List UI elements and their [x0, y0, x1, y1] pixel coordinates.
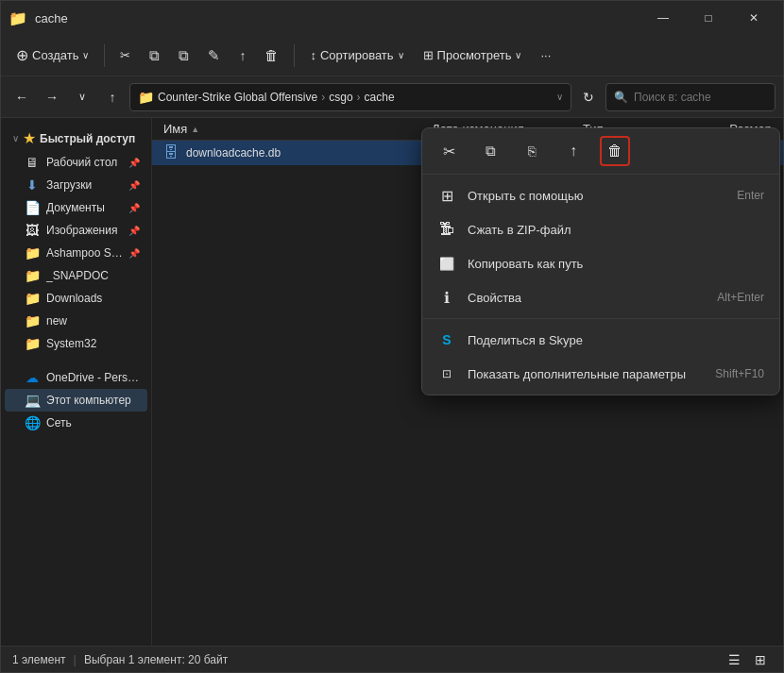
quick-access-section: ∨ ★ Быстрый доступ 🖥 Рабочий стол 📌 ⬇ За… — [1, 126, 151, 355]
sidebar-item-snapdoc[interactable]: 📁 _SNAPDOC — [5, 264, 147, 287]
delete-button[interactable]: 🗑 — [257, 43, 286, 67]
more-button[interactable]: ··· — [533, 44, 558, 66]
nav-down-button[interactable]: ∨ — [69, 84, 95, 110]
ctx-more-params-shortcut: Shift+F10 — [715, 367, 764, 380]
create-button[interactable]: ⊕ Создать ∨ — [9, 42, 96, 68]
ctx-share-icon: ↑ — [570, 143, 577, 160]
maximize-button[interactable]: □ — [687, 3, 730, 33]
path-item-3: cache — [365, 91, 395, 104]
list-view-button[interactable]: ☰ — [723, 648, 745, 671]
new-icon: 📁 — [24, 313, 41, 328]
sidebar-item-thispc[interactable]: 💻 Этот компьютер — [5, 389, 147, 412]
sidebar-item-snapdoc-label: _SNAPDOC — [46, 269, 140, 282]
sidebar-item-images[interactable]: 🖼 Изображения 📌 — [5, 219, 147, 242]
search-box[interactable]: 🔍 — [605, 83, 775, 111]
sidebar-item-system32[interactable]: 📁 System32 — [5, 332, 147, 355]
sort-button[interactable]: ↕ Сортировать ∨ — [302, 44, 411, 66]
db-file-icon: 🗄 — [163, 144, 179, 161]
sidebar-item-documents[interactable]: 📄 Документы 📌 — [5, 196, 147, 219]
ctx-copy-path-icon: ⬜ — [437, 254, 456, 273]
ctx-copy-path[interactable]: ⬜ Копировать как путь — [422, 246, 779, 280]
col-name-header[interactable]: Имя ▲ — [163, 122, 432, 136]
copy-button[interactable]: ⧉ — [142, 43, 167, 68]
rename-button[interactable]: ✎ — [200, 43, 228, 68]
titlebar-controls: — □ ✕ — [641, 3, 775, 33]
sidebar-item-onedrive[interactable]: ☁ OneDrive - Personal — [5, 366, 147, 389]
view-button[interactable]: ⊞ Просмотреть ∨ — [416, 44, 530, 66]
context-menu: ✂ ⧉ ⎘ ↑ 🗑 — [421, 127, 780, 395]
file-name-downloadcache: downloadcache.db — [186, 146, 432, 160]
ctx-cut-button[interactable]: ✂ — [434, 136, 464, 166]
ctx-skype[interactable]: S Поделиться в Skype — [422, 323, 779, 357]
up-button[interactable]: ↑ — [99, 84, 126, 110]
paste-icon: ⧉ — [179, 47, 189, 64]
ctx-properties[interactable]: ℹ Свойства Alt+Enter — [422, 280, 779, 314]
snapdoc-icon: 📁 — [24, 268, 41, 283]
ctx-share-button[interactable]: ↑ — [558, 136, 588, 166]
copy-icon: ⧉ — [149, 47, 160, 64]
ashampoo-pin-icon: 📌 — [128, 248, 140, 259]
ctx-open-with[interactable]: ⊞ Открыть с помощью Enter — [422, 178, 779, 212]
cut-button[interactable]: ✂ — [112, 44, 138, 66]
ctx-more-params-icon: ⊡ — [437, 364, 456, 383]
system32-icon: 📁 — [24, 336, 41, 351]
downloads-icon: ⬇ — [24, 177, 41, 193]
address-path[interactable]: 📁 Counter-Strike Global Offensive › csgo… — [129, 83, 571, 111]
thispc-icon: 💻 — [24, 393, 41, 408]
close-button[interactable]: ✕ — [732, 3, 775, 33]
ctx-zip[interactable]: 🗜 Сжать в ZIP-файл — [422, 212, 779, 246]
sidebar-item-downloads[interactable]: ⬇ Загрузки 📌 — [5, 174, 147, 196]
filelist[interactable]: Имя ▲ Дата изменения Тип Размер 🗄 downlo… — [152, 118, 783, 646]
minimize-button[interactable]: — — [641, 3, 685, 33]
ctx-delete-icon: 🗑 — [607, 143, 622, 160]
sidebar-item-downloads2[interactable]: 📁 Downloads — [5, 287, 147, 310]
back-button[interactable]: ← — [9, 84, 35, 110]
forward-button[interactable]: → — [39, 84, 65, 110]
ctx-separator — [422, 318, 779, 319]
titlebar-title: cache — [35, 11, 641, 25]
ctx-zip-icon: 🗜 — [437, 220, 456, 239]
images-icon: 🖼 — [24, 223, 41, 238]
images-pin-icon: 📌 — [128, 226, 140, 236]
sidebar-item-new[interactable]: 📁 new — [5, 310, 147, 332]
sidebar-item-desktop[interactable]: 🖥 Рабочий стол 📌 — [5, 151, 147, 174]
status-separator: | — [74, 652, 77, 666]
sidebar-item-network[interactable]: 🌐 Сеть — [5, 412, 147, 434]
grid-view-button[interactable]: ⊞ — [749, 648, 772, 671]
ctx-more-params-label: Показать дополнительные параметры — [468, 367, 704, 381]
onedrive-icon: ☁ — [24, 370, 41, 385]
sidebar-item-ashampoo[interactable]: 📁 Ashampoo Sna 📌 — [5, 242, 147, 264]
refresh-button[interactable]: ↻ — [575, 84, 602, 110]
sidebar: ∨ ★ Быстрый доступ 🖥 Рабочий стол 📌 ⬇ За… — [1, 118, 152, 646]
addressbar: ← → ∨ ↑ 📁 Counter-Strike Global Offensiv… — [1, 76, 783, 118]
quick-access-label: Быстрый доступ — [40, 132, 135, 145]
share-button[interactable]: ↑ — [231, 44, 253, 67]
ctx-delete-button[interactable]: 🗑 — [600, 136, 630, 166]
search-input[interactable] — [634, 91, 767, 104]
quick-access-header[interactable]: ∨ ★ Быстрый доступ — [5, 126, 147, 151]
desktop-icon: 🖥 — [24, 155, 41, 170]
delete-icon: 🗑 — [264, 47, 279, 63]
ctx-zip-label: Сжать в ZIP-файл — [468, 223, 753, 237]
ctx-open-with-icon: ⊞ — [437, 186, 456, 205]
ashampoo-icon: 📁 — [24, 245, 41, 261]
paste-button[interactable]: ⧉ — [171, 43, 196, 68]
content-area: ∨ ★ Быстрый доступ 🖥 Рабочий стол 📌 ⬇ За… — [1, 118, 783, 646]
view-chevron-icon: ∨ — [515, 50, 521, 60]
ctx-copy-button[interactable]: ⧉ — [475, 136, 505, 166]
toolbar: ⊕ Создать ∨ ✂ ⧉ ⧉ ✎ ↑ 🗑 ↕ Сортировать ∨ — [1, 35, 783, 76]
window: 📁 cache — □ ✕ ⊕ Создать ∨ ✂ ⧉ ⧉ ✎ ↑ — [0, 0, 784, 673]
ctx-paste-button[interactable]: ⎘ — [517, 136, 547, 166]
sidebar-item-system32-label: System32 — [46, 337, 140, 350]
path-item-2: csgo — [329, 91, 352, 104]
name-sort-icon: ▲ — [191, 125, 199, 134]
sidebar-item-new-label: new — [46, 314, 140, 328]
ctx-more-params[interactable]: ⊡ Показать дополнительные параметры Shif… — [422, 357, 779, 391]
sidebar-item-downloads2-label: Downloads — [46, 292, 140, 305]
sidebar-item-documents-label: Документы — [46, 201, 123, 214]
ctx-properties-label: Свойства — [468, 291, 706, 305]
sort-chevron-icon: ∨ — [398, 50, 404, 60]
share-icon: ↑ — [239, 48, 246, 63]
sort-icon: ↕ — [310, 48, 316, 62]
sidebar-item-desktop-label: Рабочий стол — [46, 156, 123, 169]
